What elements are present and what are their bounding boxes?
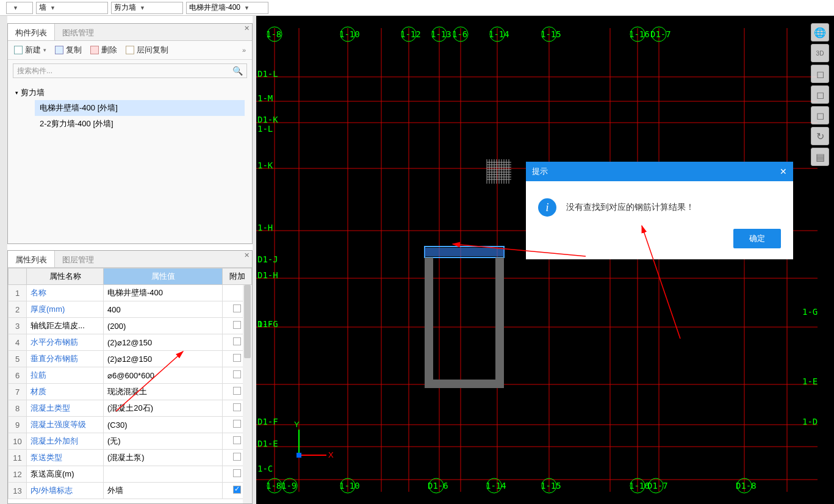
prop-name: 泵送高度(m) xyxy=(27,466,104,483)
tab-component-list[interactable]: 构件列表 xyxy=(8,24,55,40)
row-number: 9 xyxy=(9,417,27,433)
svg-text:D1-K: D1-K xyxy=(257,115,278,124)
info-icon: i xyxy=(538,198,556,217)
tab-property-list[interactable]: 属性列表 xyxy=(8,251,55,267)
cad-drawing: 1-81-101-121-131-61-141-151-16D1-71-81-9… xyxy=(256,16,834,504)
prop-name: 轴线距左墙皮... xyxy=(27,318,104,334)
table-row[interactable]: 2厚度(mm)400 xyxy=(9,301,252,318)
layer-copy-icon xyxy=(126,46,134,54)
row-number: 6 xyxy=(9,367,27,384)
svg-text:Y: Y xyxy=(294,420,300,429)
svg-text:1-8: 1-8 xyxy=(266,29,281,39)
ok-button[interactable]: 确定 xyxy=(733,229,781,248)
prop-value[interactable]: (C30) xyxy=(104,417,223,433)
view-cube3-button[interactable]: ◻ xyxy=(811,106,829,124)
dropdown-layer[interactable]: ▼ xyxy=(6,2,33,14)
copy-button[interactable]: 复制 xyxy=(55,45,82,56)
row-number: 4 xyxy=(9,334,27,351)
tree-item[interactable]: 2-2剪力墙-400 [外墙] xyxy=(35,116,245,132)
svg-text:1-F: 1-F xyxy=(257,319,273,329)
chevron-down-icon: ▼ xyxy=(50,5,56,11)
prop-value[interactable]: 电梯井壁墙-400 xyxy=(104,285,223,301)
prop-value[interactable]: (2)⌀12@150 xyxy=(104,334,223,351)
prop-value[interactable]: (混凝土泵) xyxy=(104,450,223,466)
svg-text:1-13: 1-13 xyxy=(431,29,451,39)
close-icon[interactable]: ✕ xyxy=(780,167,787,176)
close-icon[interactable]: ✕ xyxy=(244,24,250,32)
svg-text:D1-8: D1-8 xyxy=(736,481,757,491)
view-orbit-button[interactable]: 🌐 xyxy=(811,23,829,41)
chevron-down-icon: ▼ xyxy=(13,5,18,11)
prop-name: 垂直分布钢筋 xyxy=(27,351,104,367)
table-row[interactable]: 12泵送高度(m) xyxy=(9,466,252,483)
scrollbar[interactable] xyxy=(243,285,252,503)
table-row[interactable]: 1名称电梯井壁墙-400 xyxy=(9,285,252,301)
dropdown-component[interactable]: 电梯井壁墙-400▼ xyxy=(186,2,268,14)
table-row[interactable]: 5垂直分布钢筋(2)⌀12@150 xyxy=(9,351,252,367)
chevron-down-icon: ▼ xyxy=(244,5,250,11)
chevron-right-icon[interactable]: » xyxy=(242,46,246,54)
col-extra: 附加 xyxy=(223,268,252,285)
svg-text:1-K: 1-K xyxy=(257,160,273,170)
prop-value[interactable]: (200) xyxy=(104,318,223,334)
prop-value[interactable]: (混凝土20石) xyxy=(104,400,223,417)
prop-value[interactable]: 外墙 xyxy=(104,483,223,499)
view-3d-button[interactable]: 3D xyxy=(811,44,829,62)
tree-item[interactable]: 电梯井壁墙-400 [外墙] xyxy=(35,100,245,116)
table-row[interactable]: 3轴线距左墙皮...(200) xyxy=(9,318,252,334)
table-row[interactable]: 9混凝土强度等级(C30) xyxy=(9,417,252,433)
component-tree: ▾剪力墙 电梯井壁墙-400 [外墙]2-2剪力墙-400 [外墙] xyxy=(8,82,252,135)
drawing-canvas[interactable]: 1-81-101-121-131-61-141-151-16D1-71-81-9… xyxy=(256,16,834,504)
new-icon xyxy=(14,46,23,54)
view-cube2-button[interactable]: ◻ xyxy=(811,85,829,104)
prop-value[interactable]: 现浇混凝土 xyxy=(104,384,223,400)
close-icon[interactable]: ✕ xyxy=(244,251,250,259)
dialog-body: i 没有查找到对应的钢筋计算结果！ xyxy=(526,181,793,229)
table-row[interactable]: 10混凝土外加剂(无) xyxy=(9,433,252,450)
new-button[interactable]: 新建▾ xyxy=(14,45,46,56)
search-input[interactable]: 搜索构件... 🔍 xyxy=(13,63,247,78)
dropdown-category[interactable]: 墙▼ xyxy=(36,2,108,14)
prop-value[interactable]: 400 xyxy=(104,301,223,318)
table-row[interactable]: 13内/外墙标志外墙 xyxy=(9,483,252,499)
row-number: 13 xyxy=(9,483,27,499)
chevron-down-icon: ▼ xyxy=(140,5,145,11)
row-number: 11 xyxy=(9,450,27,466)
prop-name: 混凝土类型 xyxy=(27,400,104,417)
left-panel: ✕ 构件列表 图纸管理 新建▾ 复制 删除 层间复制 » 搜索构件... 🔍 ▾… xyxy=(7,16,253,504)
svg-text:D1-7: D1-7 xyxy=(647,481,668,491)
prop-value[interactable]: (2)⌀12@150 xyxy=(104,351,223,367)
tree-root[interactable]: ▾剪力墙 xyxy=(15,85,245,100)
prop-value[interactable]: (无) xyxy=(104,433,223,450)
svg-text:1-6: 1-6 xyxy=(452,29,467,39)
prop-name: 内/外墙标志 xyxy=(27,483,104,499)
dialog-message: 没有查找到对应的钢筋计算结果！ xyxy=(566,202,694,213)
tab-drawing-mgmt[interactable]: 图纸管理 xyxy=(55,24,101,40)
prop-name: 名称 xyxy=(27,285,104,301)
row-number: 2 xyxy=(9,301,27,318)
table-row[interactable]: 7材质现浇混凝土 xyxy=(9,384,252,400)
tab-layer-mgmt[interactable]: 图层管理 xyxy=(55,251,101,267)
prop-value[interactable] xyxy=(104,466,223,483)
svg-rect-81 xyxy=(425,380,504,388)
prop-name: 厚度(mm) xyxy=(27,301,104,318)
prop-value[interactable]: ⌀6@600*600 xyxy=(104,367,223,384)
table-row[interactable]: 4水平分布钢筋(2)⌀12@150 xyxy=(9,334,252,351)
view-cube1-button[interactable]: ◻ xyxy=(811,65,829,83)
properties-tabs: 属性列表 图层管理 xyxy=(8,251,252,268)
layer-copy-button[interactable]: 层间复制 xyxy=(126,45,168,56)
svg-text:1-D: 1-D xyxy=(802,417,818,427)
scrollbar-thumb[interactable] xyxy=(244,285,251,358)
view-grid-button[interactable]: ▤ xyxy=(811,148,829,166)
table-row[interactable]: 11泵送类型(混凝土泵) xyxy=(9,450,252,466)
svg-rect-104 xyxy=(297,453,301,458)
dropdown-subcategory[interactable]: 剪力墙▼ xyxy=(111,2,183,14)
svg-text:D1-6: D1-6 xyxy=(428,481,448,491)
prop-name: 拉筋 xyxy=(27,367,104,384)
dialog-titlebar[interactable]: 提示 ✕ xyxy=(526,162,793,181)
table-row[interactable]: 6拉筋⌀6@600*600 xyxy=(9,367,252,384)
row-number: 3 xyxy=(9,318,27,334)
delete-button[interactable]: 删除 xyxy=(90,45,117,56)
table-row[interactable]: 8混凝土类型(混凝土20石) xyxy=(9,400,252,417)
view-rotate-button[interactable]: ↻ xyxy=(811,127,829,145)
